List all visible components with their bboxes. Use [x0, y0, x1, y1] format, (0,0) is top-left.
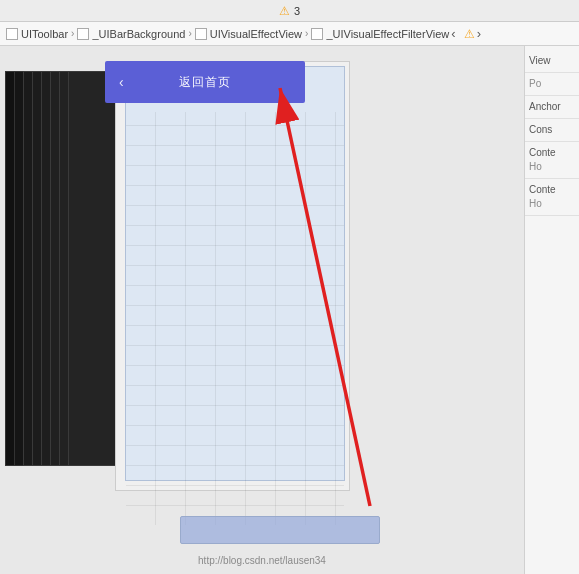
breadcrumb-label-0: UIToolbar — [21, 28, 68, 40]
right-panel-view-label: View — [529, 55, 551, 66]
blue-header-bar: ‹ 返回首页 — [105, 61, 305, 103]
right-panel-view: View — [525, 50, 579, 73]
right-panel-conte2-value: Ho — [529, 197, 575, 211]
breadcrumb-sep-0: › — [71, 28, 74, 39]
right-panel-cons: Cons — [525, 119, 579, 142]
breadcrumb-label-1: _UIBarBackground — [92, 28, 185, 40]
breadcrumb-label-3: _UIVisualEffectFilterView — [326, 28, 449, 40]
back-arrow-icon: ‹ — [119, 74, 124, 90]
breadcrumb: UIToolbar › _UIBarBackground › UIVisualE… — [0, 22, 579, 46]
uibarbackground-icon — [77, 28, 89, 40]
right-panel-anchor: Anchor — [525, 96, 579, 119]
grid-overlay — [126, 112, 344, 525]
uitoolbar-icon — [6, 28, 18, 40]
breadcrumb-warning-icon: ⚠ — [464, 27, 475, 41]
right-panel-po: Po — [525, 73, 579, 96]
breadcrumb-prev[interactable]: ‹ — [451, 26, 455, 41]
watermark: http://blog.csdn.net/lausen34 — [198, 555, 326, 566]
right-panel-conte1-value: Ho — [529, 160, 575, 174]
breadcrumb-item-2[interactable]: UIVisualEffectView — [195, 28, 302, 40]
right-panel-anchor-label: Anchor — [529, 101, 561, 112]
main-area: ‹ 返回首页 http://blog.csdn.net/lausen34 Vie… — [0, 46, 579, 574]
warning-count: 3 — [294, 5, 300, 17]
breadcrumb-sep-1: › — [188, 28, 191, 39]
breadcrumb-next[interactable]: › — [477, 26, 481, 41]
bottom-selected-bar — [180, 516, 380, 544]
right-panel-conte2: Conte Ho — [525, 179, 579, 216]
blue-header-text: 返回首页 — [179, 74, 231, 91]
breadcrumb-label-2: UIVisualEffectView — [210, 28, 302, 40]
title-warning: ⚠ 3 — [279, 4, 300, 18]
light-blue-panel — [125, 66, 345, 481]
title-bar: ⚠ 3 — [0, 0, 579, 22]
breadcrumb-item-1[interactable]: _UIBarBackground — [77, 28, 185, 40]
uivisualeffectfilterview-icon — [311, 28, 323, 40]
warning-icon: ⚠ — [279, 4, 290, 18]
right-panel-po-label: Po — [529, 78, 541, 89]
right-panel-conte1-label: Conte — [529, 146, 575, 160]
breadcrumb-sep-2: › — [305, 28, 308, 39]
right-panel-cons-label: Cons — [529, 124, 552, 135]
breadcrumb-item-3[interactable]: _UIVisualEffectFilterView — [311, 28, 449, 40]
right-panel-conte1: Conte Ho — [525, 142, 579, 179]
right-panel-conte2-label: Conte — [529, 183, 575, 197]
canvas-area: ‹ 返回首页 http://blog.csdn.net/lausen34 — [0, 46, 524, 574]
right-panel: View Po Anchor Cons Conte Ho Conte Ho — [524, 46, 579, 574]
uivisualeffectview-icon — [195, 28, 207, 40]
breadcrumb-item-0[interactable]: UIToolbar — [6, 28, 68, 40]
